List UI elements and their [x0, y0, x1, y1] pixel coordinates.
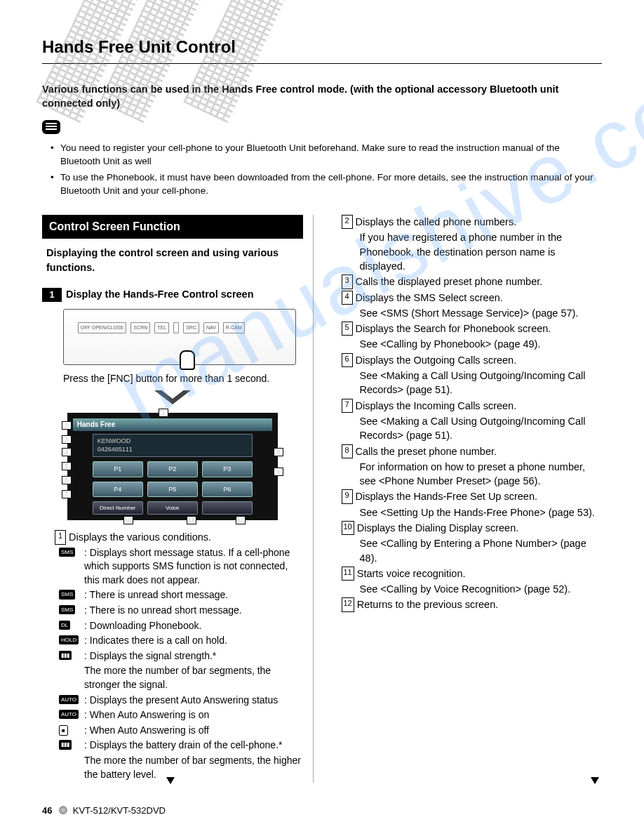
desc-text: Starts voice recognition.: [357, 567, 602, 581]
desc-text-cont: See <Setting Up the Hands-Free Phone> (p…: [342, 505, 603, 519]
status-sub-text: The more the number of bar segments, the…: [84, 665, 271, 690]
desc-item: 5Displays the Search for Phonebook scree…: [342, 322, 603, 336]
item1-lead: Displays the various conditions.: [69, 530, 303, 544]
bottom-btn: Voice: [147, 501, 198, 515]
desc-item: 10Displays the Dialing Display screen.: [342, 521, 603, 535]
status-tag-icon: SMS: [59, 605, 75, 614]
numbox: 4: [342, 291, 353, 305]
status-sub-item: AUTO: Displays the present Auto Answerin…: [55, 694, 303, 708]
globe-icon: [59, 806, 67, 814]
screen-titlebar: Hands Free: [73, 418, 272, 431]
desc-text: Calls the preset phone number.: [356, 444, 603, 458]
status-sub-text: : Displays the battery drain of the cell…: [84, 739, 283, 750]
panel-btn: OFF OPEN/CLOSE: [78, 322, 126, 333]
preset-btn: P1: [93, 461, 143, 477]
desc-text: Displays the Incoming Calls screen.: [356, 399, 603, 413]
status-tag-icon: DL: [59, 621, 70, 630]
panel-btn: SCRN: [130, 322, 150, 333]
bottom-btn: Direct Number: [93, 501, 143, 515]
status-tag-icon: HOLD: [59, 635, 79, 644]
screen-number: 0426465111: [98, 445, 248, 454]
desc-item: 12Returns to the previous screen.: [342, 597, 603, 611]
status-sub-item: ▮▮▮: Displays the signal strength.*: [55, 649, 303, 663]
desc-text-cont: If you have registered a phone number in…: [342, 230, 603, 273]
desc-item: 7Displays the Incoming Calls screen.: [342, 399, 603, 413]
item1-block: 1 Displays the various conditions. SMS: …: [42, 530, 303, 781]
section-header: Control Screen Function: [42, 215, 303, 239]
status-sub-item: SMS: There is no unread short message.: [55, 604, 303, 618]
status-sub-text: : Displays short message status. If a ce…: [84, 547, 290, 585]
callout-7: 7: [62, 490, 72, 498]
numbox-1: 1: [55, 530, 66, 544]
numbox: 5: [342, 322, 353, 336]
desc-item: 3Calls the displayed preset phone number…: [342, 274, 603, 289]
callout-2: 2: [62, 421, 72, 430]
callout-9: 9: [274, 468, 283, 476]
status-tag-icon: SMS: [59, 590, 75, 599]
callout-10: 10: [123, 516, 133, 524]
desc-text-cont: See <Calling by Entering a Phone Number>…: [342, 536, 603, 565]
desc-text: Returns to the previous screen.: [357, 597, 602, 611]
panel-btn: TEL: [154, 322, 169, 333]
desc-text: Calls the displayed preset phone number.: [356, 274, 603, 289]
status-sub-text: : When Auto Answering is on: [84, 709, 209, 720]
notes-list: You need to register your cell-phone to …: [42, 142, 602, 198]
status-tag-icon: ■: [59, 725, 68, 736]
page-footer: 46 KVT-512/KVT-532DVD: [42, 805, 166, 817]
status-tag-icon: ▮▮▮: [59, 740, 72, 749]
status-sub-item: SMS: There is unread short message.: [55, 588, 303, 602]
status-sub-text: : Displays the signal strength.*: [84, 650, 216, 661]
continue-arrow-icon: [591, 777, 599, 784]
status-sub-text: : There is unread short message.: [84, 589, 228, 600]
callout-5: 5: [62, 462, 72, 470]
desc-item: 6Displays the Outgoing Calls screen.: [342, 353, 603, 367]
bottom-btn: [202, 501, 253, 515]
status-sub-text: : Displays the present Auto Answering st…: [84, 694, 278, 706]
status-sub-item: ▮▮▮: Displays the battery drain of the c…: [55, 739, 303, 753]
numbox: 10: [342, 521, 354, 535]
down-arrow-icon: [154, 390, 191, 404]
desc-text-cont: See <Calling by Phonebook> (page 49).: [342, 337, 603, 351]
step-heading: 1Display the Hands-Free Control screen: [42, 284, 303, 309]
desc-text: Displays the Dialing Display screen.: [357, 521, 602, 535]
panel-btn: SRC: [183, 322, 199, 333]
note-item: To use the Phonebook, it must have been …: [51, 171, 602, 198]
screen-bottom-row: Direct Number Voice: [93, 501, 253, 515]
desc-text-cont: For information on how to preset a phone…: [342, 460, 603, 489]
status-sub-text: : Downloading Phonebook.: [84, 620, 201, 631]
numbox: 12: [342, 597, 354, 611]
desc-text: Displays the Hands-Free Set Up screen.: [356, 489, 603, 503]
page-number: 46: [42, 805, 52, 816]
callout-3: 3: [62, 435, 72, 444]
numbox: 11: [342, 567, 354, 581]
callout-6: 6: [62, 476, 72, 484]
numbox: 7: [342, 399, 353, 413]
panel-btn: R-CAM: [223, 322, 245, 333]
desc-item: 4Displays the SMS Select screen.: [342, 291, 603, 305]
note-item: You need to register your cell-phone to …: [51, 142, 602, 168]
desc-text-cont: See <Making a Call Using Outgoing/Incomi…: [342, 369, 603, 397]
status-sub-item: SMS: Displays short message status. If a…: [55, 546, 303, 588]
status-sub-item: HOLD: Indicates there is a call on hold.: [55, 634, 303, 648]
numbox: 8: [342, 444, 353, 458]
note-icon: [42, 120, 60, 134]
status-sub-item: The more the number of bar segments, the…: [55, 664, 303, 691]
status-sub-item: AUTO: When Auto Answering is on: [55, 708, 303, 722]
panel-illustration: OFF OPEN/CLOSE SCRN TEL SRC NAV R-CAM: [63, 309, 296, 365]
callout-12: 12: [236, 516, 246, 524]
desc-text: Displays the Search for Phonebook screen…: [356, 322, 603, 336]
numbox: 6: [342, 353, 353, 367]
desc-text: Displays the SMS Select screen.: [356, 291, 603, 305]
screen-info: KENWOOD 0426465111: [93, 434, 253, 457]
status-sub-text: The more the number of bar segments, the…: [84, 755, 301, 780]
preset-btn: P2: [147, 461, 198, 477]
callout-4: 4: [62, 448, 72, 456]
status-sub-text: : When Auto Answering is off: [84, 724, 209, 736]
desc-text: Displays the Outgoing Calls screen.: [356, 353, 603, 367]
status-sub-text: : Indicates there is a call on hold.: [84, 635, 227, 646]
preset-btn: P3: [202, 461, 253, 477]
status-tag-icon: AUTO: [59, 710, 79, 719]
status-sub-item: DL: Downloading Phonebook.: [55, 619, 303, 633]
section-intro: Displaying the control screen and using …: [42, 243, 303, 284]
preset-grid: P1 P2 P3 P4 P5 P6: [93, 461, 253, 497]
